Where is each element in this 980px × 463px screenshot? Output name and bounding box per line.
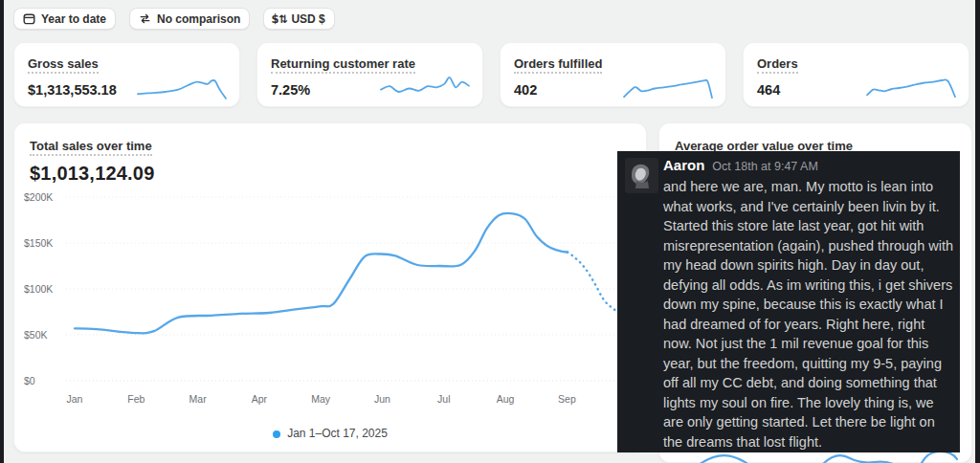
slack-timestamp: Oct 18th at 9:47 AM — [712, 160, 817, 173]
sparkline-path — [624, 80, 712, 99]
aaron-avatar — [625, 158, 658, 193]
sparkline-chart — [622, 74, 714, 102]
total-sales-panel: Total sales over time $1,013,124.09 $200… — [13, 122, 647, 452]
currency-filter-button[interactable]: $⇅ USD $ — [263, 8, 334, 30]
comparison-filter-button[interactable]: No comparison — [129, 8, 250, 30]
kpi-title-returning-customer-rate[interactable]: Returning customer rate — [271, 56, 415, 74]
y-axis-tick-label: $200K — [24, 191, 53, 203]
kpi-card-gross-sales: Gross sales $1,313,553.18 — [13, 42, 240, 107]
y-axis-tick-label: $0 — [24, 375, 35, 386]
filter-bar: Year to date No comparison $⇅ USD $ — [13, 8, 335, 30]
kpi-title-orders[interactable]: Orders — [757, 56, 798, 74]
currency-swap-icon: $⇅ — [273, 12, 285, 25]
kpi-title-gross-sales[interactable]: Gross sales — [28, 56, 99, 74]
sparkline-path — [381, 77, 469, 92]
y-axis-tick-label: $150K — [24, 237, 53, 249]
currency-filter-label: USD $ — [291, 12, 324, 26]
slack-message-text: and here we are, man. My motto is lean i… — [663, 177, 954, 452]
sales-line-dotted — [568, 253, 621, 313]
screenshot-left-bezel — [0, 0, 4, 463]
slack-message-header: AaronOct 18th at 9:47 AM — [663, 157, 818, 174]
sparkline-chart — [379, 74, 471, 102]
kpi-card-orders: Orders 464 — [743, 42, 969, 107]
x-axis-tick-label: Sep — [558, 393, 576, 405]
legend-dot-icon — [273, 430, 280, 438]
x-axis-tick-label: Jun — [374, 393, 390, 405]
date-range-filter-button[interactable]: Year to date — [13, 8, 116, 30]
x-axis-tick-label: Jan — [67, 393, 83, 405]
legend-label: Jan 1–Oct 17, 2025 — [287, 427, 388, 440]
x-axis-tick-label: May — [311, 393, 331, 405]
chart-legend: Jan 1–Oct 17, 2025 — [14, 427, 646, 440]
slack-author-name: Aaron — [663, 157, 704, 173]
kpi-card-orders-fulfilled: Orders fulfilled 402 — [500, 42, 726, 107]
x-axis-tick-label: Jul — [437, 393, 450, 405]
y-axis-tick-label: $100K — [24, 283, 53, 295]
comparison-arrows-icon — [139, 12, 151, 25]
sparkline-chart — [865, 74, 957, 102]
x-axis-tick-label: Feb — [127, 393, 145, 405]
x-axis-tick-label: Apr — [252, 393, 268, 405]
sales-line-solid — [75, 213, 568, 333]
kpi-title-orders-fulfilled[interactable]: Orders fulfilled — [514, 56, 602, 74]
y-axis-tick-label: $50K — [24, 329, 48, 341]
sparkline-chart — [136, 74, 228, 102]
dashboard-background: Year to date No comparison $⇅ USD $ Gros… — [4, 0, 975, 463]
kpi-cards-row: Gross sales $1,313,553.18 Returning cust… — [13, 42, 969, 107]
sparkline-path — [867, 79, 955, 97]
slack-message-overlay: AaronOct 18th at 9:47 AM and here we are… — [617, 151, 960, 452]
x-axis-tick-label: Aug — [497, 393, 515, 405]
kpi-card-returning-customer-rate: Returning customer rate 7.25% — [256, 42, 483, 107]
calendar-icon — [23, 12, 35, 25]
date-range-filter-label: Year to date — [41, 12, 106, 26]
x-axis-tick-label: Mar — [189, 393, 208, 405]
sparkline-path — [138, 80, 226, 99]
comparison-filter-label: No comparison — [157, 12, 240, 26]
screenshot-right-bezel — [975, 0, 980, 463]
total-sales-line-chart[interactable]: $200K$150K$100K$50K$0JanFebMarAprMayJunJ… — [14, 123, 648, 453]
